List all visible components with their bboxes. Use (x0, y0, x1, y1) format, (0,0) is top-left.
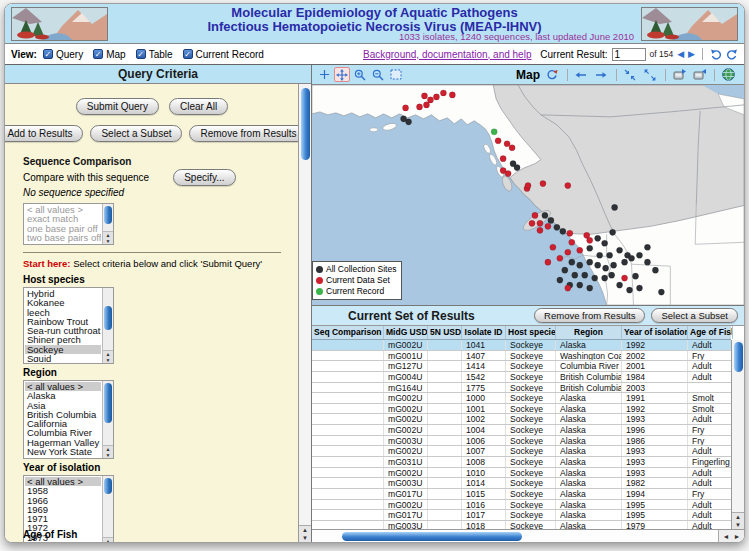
column-header[interactable]: Region (556, 326, 622, 339)
clear-all-button[interactable]: Clear All (169, 98, 228, 115)
results-remove-button[interactable]: Remove from Results (534, 308, 645, 323)
scrollbar-thumb[interactable] (342, 532, 522, 541)
expand-icon[interactable] (642, 67, 658, 82)
listbox-scrollbar[interactable]: ▲▼ (102, 204, 113, 244)
listbox-scrollbar[interactable]: ▲▼ (102, 476, 113, 542)
save-view-icon[interactable] (671, 67, 687, 82)
table-row[interactable]: mG017U1017SockeyeAlaska1995Adult (312, 510, 731, 521)
refresh-icon[interactable] (544, 67, 560, 82)
scrollbar-thumb[interactable] (301, 88, 310, 160)
list-option[interactable]: Squid (25, 354, 101, 362)
view-option-query[interactable]: ✓Query (43, 49, 83, 60)
view-option-current-record[interactable]: ✓Current Record (183, 49, 264, 60)
table-row[interactable]: mG003U1014SockeyeAlaska1982Adult (312, 478, 731, 489)
table-row[interactable]: mG002U1010SockeyeAlaska1993Adult (312, 468, 731, 479)
view-bar: View: ✓Query✓Map✓Table✓Current Record Ba… (5, 44, 744, 65)
next-result-button[interactable]: ▶ (688, 49, 695, 59)
table-cell: 1993 (622, 414, 688, 424)
table-row[interactable]: mG002U1002SockeyeAlaska1993Adult (312, 414, 731, 425)
scrollbar-arrows[interactable]: ◄► (718, 530, 744, 542)
table-row[interactable]: mG003U1006SockeyeAlaska1986Fry (312, 436, 731, 447)
table-row[interactable]: mG002U1000SockeyeAlaska1991Smolt (312, 393, 731, 404)
zoom-out-icon[interactable] (370, 67, 386, 82)
table-vertical-scrollbar[interactable]: ▲▼ (731, 340, 744, 529)
list-option[interactable]: two base pairs off (25, 233, 101, 242)
crosshair-icon[interactable] (316, 67, 332, 82)
specify-button[interactable]: Specify... (173, 169, 235, 186)
checkbox-checked-icon[interactable]: ✓ (93, 49, 103, 59)
table-row[interactable]: mG164U1775SockeyeBritish Columbia2003 (312, 383, 731, 394)
table-cell: 1994 (622, 489, 688, 499)
view-options: ✓Query✓Map✓Table✓Current Record (43, 48, 274, 60)
back-extent-icon[interactable] (573, 67, 589, 82)
table-row[interactable]: mG002U1007SockeyeAlaska1993Adult (312, 446, 731, 457)
add-to-results-button[interactable]: Add to Results (5, 125, 83, 142)
table-row[interactable]: mG003U1018SockeyeAlaska1979Adult (312, 521, 731, 529)
query-panel-scrollbar[interactable]: ▲▼ (298, 84, 311, 542)
legend-dot-icon (316, 288, 323, 295)
region-listbox[interactable]: < all values >AlaskaAsiaBritish Columbia… (23, 380, 114, 459)
redo-icon[interactable] (726, 48, 738, 60)
table-cell (428, 340, 462, 350)
column-header[interactable]: Host species (506, 326, 556, 339)
column-header[interactable]: MidG USD (384, 326, 428, 339)
column-header[interactable]: Isolate ID (462, 326, 506, 339)
column-header[interactable]: Seq Comparison (312, 326, 384, 339)
table-row[interactable]: mG002U1001SockeyeAlaska1992Smolt (312, 404, 731, 415)
sequence-match-listbox[interactable]: < all values >exact matchone base pair o… (23, 203, 114, 245)
view-option-table[interactable]: ✓Table (136, 49, 173, 60)
table-cell: mG004U (384, 372, 428, 382)
collection-site-dot-black (595, 262, 601, 268)
listbox-scrollbar[interactable]: ▲▼ (102, 288, 113, 363)
scrollbar-arrows[interactable]: ▲▼ (732, 512, 744, 529)
listbox-scrollbar[interactable]: ▲▼ (102, 381, 113, 458)
select-a-subset-button[interactable]: Select a Subset (90, 125, 182, 142)
list-option[interactable]: New York State (25, 447, 101, 456)
table-cell: 1017 (462, 510, 506, 520)
submit-query-button[interactable]: Submit Query (76, 98, 159, 115)
table-row[interactable]: mG127U1414SockeyeColumbia River2001Adult (312, 361, 731, 372)
map-canvas[interactable]: All Collection SitesCurrent Data SetCurr… (312, 85, 744, 305)
collection-site-dot-black (626, 287, 632, 293)
undo-icon[interactable] (710, 48, 722, 60)
checkbox-checked-icon[interactable]: ✓ (136, 49, 146, 59)
contract-icon[interactable] (622, 67, 638, 82)
table-row[interactable]: mG017U1015SockeyeAlaska1994Fry (312, 489, 731, 500)
help-link[interactable]: Background, documentation, and help (363, 49, 531, 60)
prev-result-button[interactable]: ◀ (677, 49, 684, 59)
table-cell: 2003 (622, 383, 688, 393)
scrollbar-arrows[interactable]: ▲▼ (299, 525, 311, 542)
table-cell: Adult (688, 372, 731, 382)
view-option-map[interactable]: ✓Map (93, 49, 125, 60)
zoom-in-icon[interactable] (352, 67, 368, 82)
column-header[interactable]: 5N USD (428, 326, 462, 339)
table-row[interactable]: mG031U1008SockeyeAlaska1993Fingerling (312, 457, 731, 468)
collection-site-dot-red (537, 220, 543, 226)
table-row[interactable]: mG001U1407SockeyeWashington Coast2002Fry (312, 351, 731, 362)
column-header[interactable]: Year of isolation (622, 326, 688, 339)
map-legend: All Collection SitesCurrent Data SetCurr… (312, 261, 402, 300)
load-view-icon[interactable] (691, 67, 707, 82)
checkbox-checked-icon[interactable]: ✓ (183, 49, 193, 59)
forward-extent-icon[interactable] (593, 67, 609, 82)
scrollbar-thumb[interactable] (734, 342, 743, 372)
table-row[interactable]: mG002U1004SockeyeAlaska1996Fry (312, 425, 731, 436)
current-result-input[interactable] (612, 48, 646, 61)
results-subset-button[interactable]: Select a Subset (651, 308, 738, 323)
column-header[interactable]: Age of Fish (688, 326, 733, 339)
pan-icon[interactable] (334, 67, 350, 82)
table-cell (688, 383, 731, 393)
table-horizontal-scrollbar[interactable]: ◄► (312, 529, 744, 542)
table-row[interactable]: mG002U1016SockeyeAlaska1995Adult (312, 500, 731, 511)
table-cell: Fry (688, 425, 731, 435)
table-row[interactable]: mG004U1542SockeyeBritish Columbia1984Adu… (312, 372, 731, 383)
globe-icon[interactable] (720, 67, 736, 82)
marquee-icon[interactable] (388, 67, 404, 82)
checkbox-checked-icon[interactable]: ✓ (43, 49, 53, 59)
legend-dot-icon (316, 266, 323, 273)
table-row[interactable]: mG002U1041SockeyeAlaska1992Adult (312, 340, 731, 351)
table-cell (312, 521, 384, 529)
remove-from-results-button[interactable]: Remove from Results (189, 125, 307, 142)
table-cell: Sockeye (506, 478, 556, 488)
host-species-listbox[interactable]: HybridKokaneeleechRainbow TroutSea-run c… (23, 287, 114, 364)
